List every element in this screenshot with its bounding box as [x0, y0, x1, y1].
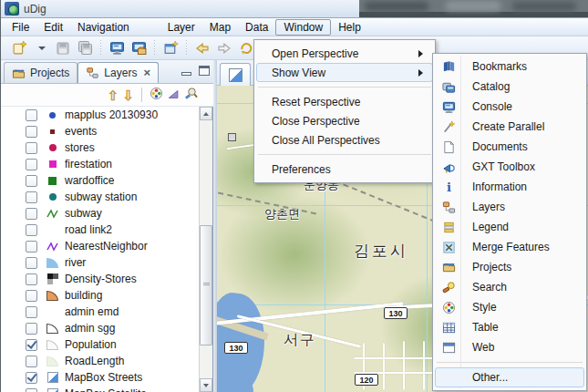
- layer-checkbox[interactable]: [26, 339, 37, 351]
- menu-item-web[interactable]: Web: [435, 337, 584, 357]
- menu-file[interactable]: File: [5, 19, 36, 36]
- panel-sash[interactable]: [214, 60, 217, 392]
- layer-row[interactable]: Population: [1, 336, 200, 353]
- layer-checkbox[interactable]: [26, 126, 37, 138]
- layer-row[interactable]: wardoffice: [1, 172, 200, 189]
- menu-item-open-perspective[interactable]: Open Perspective: [256, 44, 433, 63]
- layer-row[interactable]: subway station: [1, 189, 200, 205]
- move-up-icon[interactable]: ⇧: [108, 88, 119, 102]
- scroll-down-button[interactable]: [200, 378, 212, 392]
- open-catalog-button[interactable]: [129, 38, 149, 58]
- road: [423, 341, 425, 390]
- layer-checkbox[interactable]: [26, 241, 37, 253]
- menu-item-create-parallel[interactable]: Create Parallel: [435, 117, 584, 137]
- scrollbar-thumb[interactable]: [200, 225, 212, 346]
- map-editor-tab[interactable]: [220, 63, 251, 86]
- tab-projects[interactable]: Projects: [4, 62, 77, 83]
- layer-row[interactable]: building: [1, 287, 200, 304]
- menu-item-documents[interactable]: Documents: [435, 137, 584, 157]
- close-icon[interactable]: ×: [143, 68, 150, 77]
- menu-item-table[interactable]: Table: [435, 317, 584, 337]
- style-palette-icon[interactable]: [150, 87, 163, 103]
- layer-checkbox[interactable]: [26, 257, 37, 269]
- menu-window[interactable]: Window: [275, 19, 331, 36]
- layer-checkbox[interactable]: [26, 372, 37, 384]
- new-wizard-dropdown[interactable]: [31, 38, 51, 58]
- save-all-button[interactable]: [75, 38, 95, 58]
- menu-item-layers[interactable]: Layers: [435, 197, 584, 217]
- new-wizard-button[interactable]: [9, 38, 29, 58]
- save-button[interactable]: [53, 38, 73, 58]
- menu-item-gxt-toolbox[interactable]: GXT Toolbox: [435, 157, 584, 177]
- menu-item-catalog[interactable]: Catalog: [435, 77, 584, 97]
- layer-checkbox[interactable]: [26, 323, 37, 335]
- menu-item-console[interactable]: Console: [435, 97, 584, 117]
- menu-item-show-view[interactable]: Show View: [256, 63, 433, 82]
- zoom-extent-icon[interactable]: [167, 88, 181, 103]
- menu-item-style[interactable]: Style: [435, 297, 584, 317]
- menu-item-legend[interactable]: Legend: [435, 217, 584, 237]
- layer-checkbox[interactable]: [26, 273, 37, 285]
- menu-navigation[interactable]: Navigation: [70, 19, 137, 36]
- menu-item-bookmarks[interactable]: Bookmarks: [435, 57, 584, 77]
- layer-row[interactable]: subway: [1, 205, 200, 222]
- layer-checkbox[interactable]: [26, 208, 37, 220]
- menu-item-reset-perspective[interactable]: Reset Perspective: [256, 92, 433, 111]
- layer-row[interactable]: stores: [1, 139, 200, 156]
- menu-item-preferences[interactable]: Preferences: [256, 160, 433, 179]
- zoom-to-layer-icon[interactable]: [184, 87, 199, 103]
- layer-checkbox[interactable]: [26, 142, 37, 154]
- menu-item-close-perspective[interactable]: Close Perspective: [256, 111, 433, 130]
- layer-list-scrollbar[interactable]: [199, 107, 212, 392]
- back-button[interactable]: [192, 38, 212, 58]
- background-window-blur: [359, 0, 588, 17]
- open-console-button[interactable]: [107, 38, 127, 58]
- console-icon: [441, 99, 456, 114]
- menu-item-search[interactable]: Search: [435, 277, 584, 297]
- road-badge: 120: [355, 374, 378, 386]
- layer-row[interactable]: NearestNeighbor: [1, 238, 200, 254]
- layer-checkbox[interactable]: [26, 159, 37, 170]
- layer-row[interactable]: road link2: [1, 222, 200, 238]
- menu-map[interactable]: Map: [202, 19, 238, 36]
- menu-item-close-all-perspectives[interactable]: Close All Perspectives: [256, 130, 433, 150]
- maximize-icon[interactable]: [199, 66, 210, 76]
- layer-row[interactable]: RoadLength: [1, 353, 200, 369]
- layer-label: admin emd: [65, 305, 119, 318]
- scroll-up-button[interactable]: [200, 107, 212, 120]
- layer-row[interactable]: firestation: [1, 156, 200, 172]
- layer-checkbox[interactable]: [26, 306, 37, 318]
- menu-edit[interactable]: Edit: [36, 19, 70, 36]
- menu-item-other[interactable]: Other...: [435, 367, 584, 387]
- layer-row[interactable]: river: [1, 254, 200, 271]
- new-map-button[interactable]: [160, 38, 181, 58]
- layer-label: events: [65, 125, 97, 138]
- layer-row[interactable]: Density-Stores: [1, 271, 200, 287]
- title-bar[interactable]: uDig: [1, 0, 588, 18]
- layer-checkbox[interactable]: [26, 356, 37, 367]
- minimize-icon[interactable]: [181, 72, 191, 76]
- menu-item-merge-features[interactable]: Merge Features: [435, 237, 584, 257]
- forward-button[interactable]: [214, 38, 234, 58]
- layer-checkbox[interactable]: [26, 109, 37, 121]
- menu-layer[interactable]: Layer: [160, 19, 202, 36]
- menu-data[interactable]: Data: [238, 19, 275, 36]
- layer-checkbox[interactable]: [26, 191, 37, 203]
- layer-row[interactable]: admin emd: [1, 304, 200, 320]
- layer-checkbox[interactable]: [26, 224, 37, 236]
- menu-item-projects[interactable]: Projects: [435, 257, 584, 277]
- layer-row[interactable]: mapplus 20130930: [1, 107, 200, 123]
- layer-row[interactable]: MapBox Satellite: [1, 386, 200, 392]
- menu-item-information[interactable]: i Information: [435, 177, 584, 197]
- road: [403, 341, 405, 390]
- layer-checkbox[interactable]: [26, 175, 37, 187]
- menu-help[interactable]: Help: [331, 19, 368, 36]
- layer-row[interactable]: MapBox Streets: [1, 369, 200, 386]
- create-parallel-icon: [441, 119, 456, 134]
- layer-checkbox[interactable]: [26, 290, 37, 302]
- move-down-icon[interactable]: ⇩: [122, 88, 134, 102]
- tab-layers[interactable]: Layers ×: [77, 62, 159, 83]
- layer-row[interactable]: events: [1, 123, 200, 139]
- layer-row[interactable]: admin sgg: [1, 320, 200, 336]
- layer-checkbox[interactable]: [26, 388, 37, 392]
